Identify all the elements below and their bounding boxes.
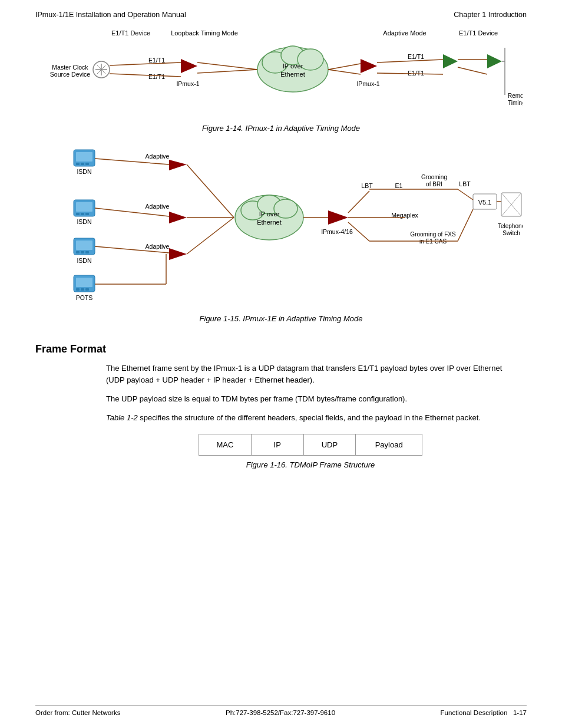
- fig15-adaptive1-label: Adaptive: [146, 153, 170, 160]
- figure-14-svg: E1/T1 Device Loopback Timing Mode Master…: [39, 27, 523, 118]
- fig15-lbt1-label: LBT: [361, 182, 373, 189]
- fig15-cloud-label1: IP over: [259, 210, 280, 218]
- svg-rect-31: [76, 241, 92, 250]
- svg-line-63: [458, 209, 473, 241]
- svg-rect-21: [76, 152, 92, 162]
- fig15-ipmux-arrow: [328, 210, 348, 225]
- frame-cell-mac: MAC: [199, 434, 252, 455]
- figure-15-container: ISDN ISDN ISDN: [39, 141, 523, 312]
- fig15-arrow3: [169, 248, 187, 260]
- fig14-label-e1t1-bot-left: E1/T1: [148, 73, 165, 80]
- fig15-arrow2: [169, 212, 187, 223]
- fig15-arrow1: [169, 160, 187, 170]
- fig15-e1-label: E1: [395, 182, 403, 189]
- fig15-telephone-switch-label1: Telephone: [498, 223, 523, 229]
- fig14-label-remote-loopback2: Timing Device: [508, 100, 523, 106]
- fig14-cloud-label2: Ethernet: [280, 71, 305, 78]
- svg-line-45: [187, 164, 234, 218]
- para3-italic: Table 1-2: [106, 413, 138, 422]
- fig14-right-green-arrow: [443, 54, 458, 68]
- fig15-grooming-fxs-label1: Grooming of FXS: [410, 231, 456, 238]
- fig15-grooming-bri-label2: of BRI: [426, 181, 442, 187]
- fig14-label-ipmux1-left: IPmux-1: [176, 80, 199, 87]
- svg-rect-27: [76, 213, 80, 215]
- svg-line-6: [197, 62, 257, 70]
- header-normal: Installation and Operation Manual: [74, 11, 186, 19]
- fig14-label-e1t1-top-right: E1/T1: [408, 53, 424, 60]
- fig14-left-arrow: [181, 59, 197, 73]
- section-title: Frame Format: [35, 343, 527, 355]
- fig14-label-ipmux1-right: IPmux-1: [356, 80, 379, 87]
- frame-cell-ip: IP: [252, 434, 304, 455]
- fig14-label-master-clock: Master Clock: [52, 64, 88, 71]
- footer-left: Order from: Cutter Networks: [35, 709, 120, 716]
- header-right: Chapter 1 Introduction: [454, 11, 527, 19]
- fig15-pots-label: POTS: [76, 294, 93, 301]
- svg-rect-39: [85, 288, 89, 291]
- footer-right-label: Functional Description: [441, 709, 508, 716]
- svg-rect-37: [76, 288, 80, 291]
- frame-table: MAC IP UDP Payload: [199, 434, 422, 456]
- svg-rect-38: [81, 288, 84, 291]
- fig15-isdn1-label: ISDN: [77, 168, 91, 175]
- svg-rect-32: [76, 251, 80, 253]
- footer-right: Functional Description 1-17: [441, 709, 527, 716]
- svg-rect-29: [85, 213, 89, 215]
- svg-rect-33: [81, 251, 84, 253]
- fig15-caption: Figure 1-15. IPmux-1E in Adaptive Timing…: [200, 314, 363, 323]
- footer-center: Ph:727-398-5252/Fax:727-397-9610: [226, 709, 335, 716]
- svg-rect-23: [81, 163, 84, 165]
- fig14-label-source-device: Source Device: [50, 71, 90, 78]
- fig15-v51-label: V5.1: [478, 199, 492, 206]
- svg-line-11: [328, 64, 361, 70]
- svg-line-4: [110, 62, 181, 65]
- footer-right-page: 1-17: [513, 709, 527, 716]
- svg-line-14: [377, 73, 443, 74]
- frame-cell-payload: Payload: [356, 434, 422, 455]
- frame-cell-udp: UDP: [304, 434, 356, 455]
- svg-rect-36: [76, 278, 92, 287]
- page-header: IPmux-1/1E Installation and Operation Ma…: [35, 11, 527, 21]
- svg-line-52: [348, 191, 369, 213]
- fig14-label-e1t1-top-left: E1/T1: [148, 57, 165, 64]
- fig14-label-e1t1-device-right: E1/T1 Device: [459, 29, 498, 37]
- fig16-caption: Figure 1-16. TDMoIP Frame Structure: [246, 460, 375, 469]
- fig14-device-arrow-right: [487, 54, 502, 68]
- figures-area: E1/T1 Device Loopback Timing Mode Master…: [35, 27, 527, 331]
- svg-line-59: [458, 189, 473, 200]
- fig14-label-e1t1-device-left: E1/T1 Device: [111, 29, 150, 37]
- svg-rect-26: [76, 202, 92, 212]
- svg-line-7: [197, 70, 257, 73]
- figure-14-container: E1/T1 Device Loopback Timing Mode Master…: [39, 27, 523, 121]
- svg-line-5: [110, 74, 181, 77]
- fig15-adaptive2-label: Adaptive: [146, 203, 170, 210]
- fig15-grooming-bri-label1: Grooming: [421, 174, 447, 180]
- figure-15-svg: ISDN ISDN ISDN: [39, 141, 523, 309]
- fig15-adaptive3-label: Adaptive: [146, 243, 170, 250]
- svg-line-47: [187, 218, 234, 254]
- svg-rect-24: [85, 163, 89, 165]
- header-bold: IPmux-1/1E: [35, 11, 74, 19]
- fig14-label-adaptive: Adaptive Mode: [383, 29, 426, 37]
- fig15-lbt2-label: LBT: [459, 180, 471, 187]
- fig15-telephone-switch-label2: Switch: [503, 230, 520, 236]
- svg-rect-28: [81, 213, 84, 215]
- fig15-cloud-label2: Ethernet: [257, 219, 282, 226]
- fig15-isdn2-label: ISDN: [77, 218, 91, 225]
- svg-line-12: [328, 70, 361, 74]
- paragraph-3: Table 1-2 specifies the structure of the…: [106, 412, 515, 424]
- svg-rect-34: [85, 251, 89, 253]
- frame-format-section: Frame Format The Ethernet frame sent by …: [35, 337, 527, 487]
- frame-structure-container: MAC IP UDP Payload Figure 1-16. TDMoIP F…: [106, 434, 515, 477]
- fig14-label-remote-loopback1: Remote Loopback: [508, 93, 523, 99]
- fig14-caption: Figure 1-14. IPmux-1 in Adaptive Timing …: [202, 124, 360, 133]
- page-footer: Order from: Cutter Networks Ph:727-398-5…: [35, 705, 527, 716]
- fig14-cloud-label1: IP over: [283, 62, 303, 70]
- content-area: The Ethernet frame sent by the IPmux-1 i…: [35, 363, 527, 477]
- paragraph-2: The UDP payload size is equal to TDM byt…: [106, 393, 515, 405]
- fig14-label-loopback: Loopback Timing Mode: [171, 29, 238, 37]
- fig14-right-arrow-left: [361, 59, 377, 73]
- svg-line-16: [458, 67, 487, 74]
- paragraph-1: The Ethernet frame sent by the IPmux-1 i…: [106, 363, 515, 386]
- fig15-ipmux416-label: IPmux-4/16: [321, 228, 353, 235]
